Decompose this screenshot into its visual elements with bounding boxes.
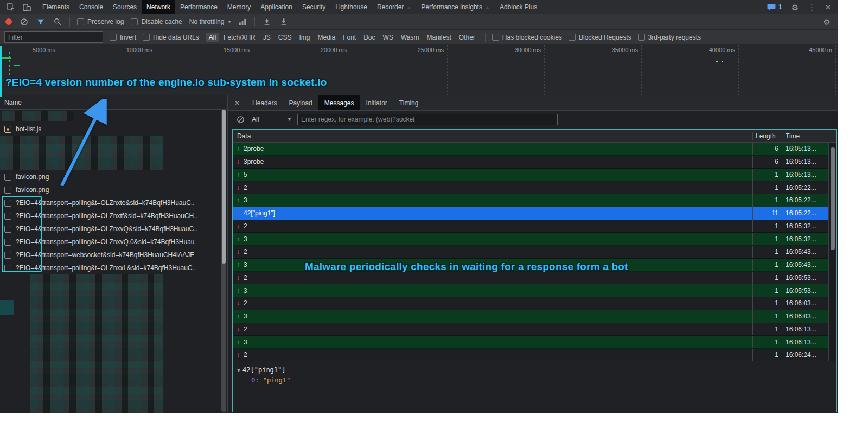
tab-memory[interactable]: Memory — [222, 0, 256, 14]
tab-network[interactable]: Network — [142, 0, 175, 14]
message-row[interactable]: ↑3116:05:22... — [233, 194, 828, 207]
detail-tab-messages[interactable]: Messages — [318, 95, 360, 110]
message-row[interactable]: ↑3116:05:53... — [233, 284, 828, 297]
message-row[interactable]: ↑3116:06:13... — [233, 336, 828, 349]
filter-type-ws[interactable]: WS — [380, 33, 397, 42]
has-blocked-cookies-checkbox[interactable]: Has blocked cookies — [492, 34, 562, 41]
hide-data-urls-label: Hide data URLs — [153, 34, 199, 41]
filter-type-other[interactable]: Other — [456, 33, 478, 42]
message-row[interactable]: ↑5116:05:13... — [233, 169, 828, 182]
request-name: ?EIO=4&transport=polling&t=OLZnxte&sid=k… — [16, 199, 195, 207]
message-row[interactable]: ↑2probe616:05:13... — [233, 143, 828, 156]
requests-scrollbar[interactable] — [221, 110, 226, 412]
warning-icon: ▲ — [485, 5, 490, 10]
column-header-time[interactable]: Time — [782, 132, 828, 140]
filter-input[interactable] — [4, 31, 103, 43]
message-row[interactable]: ↑3116:06:03... — [233, 310, 828, 323]
collapse-caret-icon[interactable]: ▼ — [237, 367, 240, 373]
filter-type-wasm[interactable]: Wasm — [398, 33, 423, 42]
tab-console[interactable]: Console — [74, 0, 108, 14]
message-row[interactable]: ↓2116:05:43... — [233, 246, 828, 259]
network-settings-gear-icon[interactable]: ⚙ — [824, 18, 831, 26]
tab-security[interactable]: Security — [297, 0, 330, 14]
message-row[interactable]: ↓42["ping1"]1116:05:22... — [233, 207, 828, 220]
tab-performance-insights[interactable]: Performance insights▲ — [416, 0, 495, 14]
tab-recorder[interactable]: Recorder▲ — [372, 0, 416, 14]
message-data: 3probe — [244, 156, 752, 168]
message-time: 16:05:53... — [782, 272, 828, 284]
detail-tab-payload[interactable]: Payload — [283, 95, 318, 110]
issues-counter[interactable]: 1 — [767, 3, 782, 11]
column-header-length[interactable]: Length — [752, 132, 782, 140]
timeline-tick-label: 25000 ms — [397, 47, 444, 53]
filter-toggle-icon[interactable] — [36, 17, 46, 27]
kebab-menu-icon[interactable]: ⋮ — [808, 3, 816, 11]
timeline-activity-mark — [14, 65, 20, 66]
message-data: 42["ping1"] — [244, 207, 752, 220]
tab-application[interactable]: Application — [256, 0, 297, 14]
message-row[interactable]: ↓3probe616:05:13... — [233, 156, 828, 169]
record-button[interactable] — [5, 18, 12, 25]
has-blocked-cookies-label: Has blocked cookies — [502, 34, 562, 41]
message-row[interactable]: ↓2116:05:32... — [233, 220, 828, 233]
messages-scrollbar[interactable] — [828, 143, 836, 361]
filter-type-doc[interactable]: Doc — [360, 33, 378, 42]
detail-tab-timing[interactable]: Timing — [393, 95, 425, 110]
filter-type-fetch-xhr[interactable]: Fetch/XHR — [220, 33, 259, 42]
message-type-dropdown[interactable]: All ▾ — [252, 116, 291, 123]
filter-type-font[interactable]: Font — [340, 33, 359, 42]
message-row[interactable]: ↓2116:06:13... — [233, 323, 828, 336]
message-length: 1 — [752, 220, 782, 233]
message-time: 16:05:13... — [782, 156, 828, 168]
message-row[interactable]: ↓2116:06:03... — [233, 297, 828, 310]
blocked-requests-checkbox[interactable]: Blocked Requests — [569, 34, 631, 41]
scrollbar-thumb[interactable] — [222, 110, 226, 264]
tab-elements[interactable]: Elements — [37, 0, 74, 14]
message-data: 3 — [244, 310, 752, 323]
throttling-select[interactable]: No throttling ▾ — [189, 18, 231, 25]
network-conditions-icon[interactable] — [238, 17, 247, 27]
tab-adblock-plus[interactable]: Adblock Plus — [495, 0, 542, 14]
device-toolbar-icon[interactable] — [22, 2, 31, 12]
filter-type-img[interactable]: Img — [296, 33, 313, 42]
filter-type-all[interactable]: All — [206, 33, 219, 42]
checkbox-box — [492, 34, 499, 41]
clear-messages-icon[interactable] — [235, 114, 245, 124]
tab-sources[interactable]: Sources — [108, 0, 142, 14]
close-devtools-icon[interactable]: ✕ — [825, 4, 831, 11]
disable-cache-checkbox[interactable]: Disable cache — [131, 18, 182, 25]
settings-gear-icon[interactable]: ⚙ — [792, 3, 799, 11]
timeline-tick-label: 15000 ms — [203, 47, 250, 53]
invert-checkbox[interactable]: Invert — [110, 34, 136, 41]
detail-tab-initiator[interactable]: Initiator — [360, 95, 393, 110]
sent-arrow-icon: ↑ — [233, 194, 244, 207]
scrollbar-thumb[interactable] — [831, 147, 835, 250]
timeline-gridline — [835, 45, 836, 95]
filter-type-js[interactable]: JS — [260, 33, 274, 42]
message-row[interactable]: ↑3116:05:32... — [233, 233, 828, 246]
clear-button[interactable] — [19, 17, 29, 27]
column-header-data[interactable]: Data — [233, 132, 752, 140]
hide-data-urls-checkbox[interactable]: Hide data URLs — [143, 34, 199, 41]
inspect-element-icon[interactable] — [5, 2, 15, 12]
sent-arrow-icon: ↑ — [233, 284, 244, 297]
messages-table-header: Data Length Time — [233, 130, 836, 143]
message-row[interactable]: ↓2116:05:53... — [233, 272, 828, 285]
regex-filter-input[interactable] — [297, 114, 558, 125]
import-har-icon[interactable] — [262, 17, 272, 27]
close-detail-icon[interactable]: ✕ — [228, 95, 246, 110]
export-har-icon[interactable] — [279, 17, 289, 27]
detail-tab-headers[interactable]: Headers — [246, 95, 283, 110]
tab-lighthouse[interactable]: Lighthouse — [330, 0, 372, 14]
timeline-annotation-bar — [0, 46, 2, 97]
filter-type-media[interactable]: Media — [314, 33, 339, 42]
search-icon[interactable] — [53, 17, 62, 27]
filter-type-manifest[interactable]: Manifest — [423, 33, 454, 42]
message-row[interactable]: ↓2116:05:22... — [233, 181, 828, 194]
preserve-log-checkbox[interactable]: Preserve log — [77, 18, 124, 25]
message-time: 16:05:22... — [782, 181, 828, 194]
message-row[interactable]: ↓2116:06:24... — [233, 349, 828, 361]
third-party-requests-checkbox[interactable]: 3rd-party requests — [638, 34, 701, 41]
filter-type-css[interactable]: CSS — [275, 33, 295, 42]
tab-performance[interactable]: Performance — [175, 0, 222, 14]
